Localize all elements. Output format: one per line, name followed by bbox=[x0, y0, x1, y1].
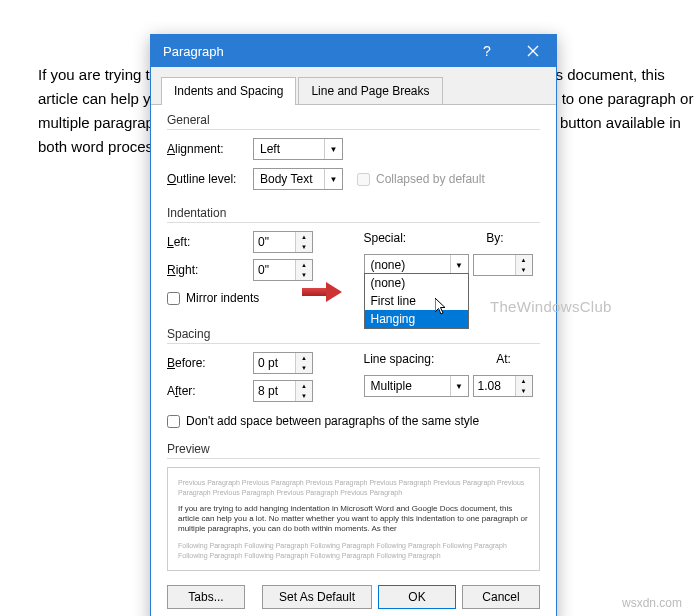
preview-group: Preview Previous Paragraph Previous Para… bbox=[167, 442, 540, 571]
line-spacing-value: Multiple bbox=[365, 379, 450, 393]
at-input[interactable] bbox=[474, 376, 515, 396]
special-option-none[interactable]: (none) bbox=[365, 274, 468, 292]
tab-indents-spacing[interactable]: Indents and Spacing bbox=[161, 77, 296, 104]
preview-box: Previous Paragraph Previous Paragraph Pr… bbox=[167, 467, 540, 571]
alignment-select[interactable]: Left ▼ bbox=[253, 138, 343, 160]
right-label: Right: bbox=[167, 263, 249, 277]
collapsed-checkbox: Collapsed by default bbox=[357, 172, 485, 186]
up-icon[interactable]: ▲ bbox=[516, 255, 532, 265]
by-input[interactable] bbox=[474, 255, 515, 275]
line-spacing-label: Line spacing: bbox=[364, 352, 435, 366]
after-label: After: bbox=[167, 384, 249, 398]
spacing-title: Spacing bbox=[167, 327, 540, 344]
up-icon[interactable]: ▲ bbox=[296, 381, 312, 391]
before-input[interactable] bbox=[254, 353, 295, 373]
up-icon[interactable]: ▲ bbox=[296, 260, 312, 270]
tabs-button[interactable]: Tabs... bbox=[167, 585, 245, 609]
general-title: General bbox=[167, 113, 540, 130]
outline-select[interactable]: Body Text ▼ bbox=[253, 168, 343, 190]
indentation-title: Indentation bbox=[167, 206, 540, 223]
no-add-space-input[interactable] bbox=[167, 415, 180, 428]
source-watermark: wsxdn.com bbox=[622, 596, 682, 610]
special-option-hanging[interactable]: Hanging bbox=[365, 310, 468, 328]
preview-after: Following Paragraph Following Paragraph … bbox=[178, 541, 529, 561]
up-icon[interactable]: ▲ bbox=[296, 353, 312, 363]
special-dropdown[interactable]: (none) First line Hanging bbox=[364, 273, 469, 329]
right-spinner[interactable]: ▲▼ bbox=[253, 259, 313, 281]
alignment-label: Alignment: bbox=[167, 142, 249, 156]
down-icon[interactable]: ▼ bbox=[296, 363, 312, 373]
down-icon[interactable]: ▼ bbox=[516, 265, 532, 275]
general-group: General Alignment: Left ▼ Outline level:… bbox=[167, 113, 540, 192]
set-default-button[interactable]: Set As Default bbox=[262, 585, 372, 609]
special-option-firstline[interactable]: First line bbox=[365, 292, 468, 310]
dialog-title: Paragraph bbox=[163, 44, 224, 59]
help-button[interactable]: ? bbox=[464, 35, 510, 67]
mirror-input[interactable] bbox=[167, 292, 180, 305]
close-button[interactable] bbox=[510, 35, 556, 67]
outline-label: Outline level: bbox=[167, 172, 249, 186]
after-spinner[interactable]: ▲▼ bbox=[253, 380, 313, 402]
paragraph-dialog: Paragraph ? Indents and Spacing Line and… bbox=[150, 34, 557, 616]
right-input[interactable] bbox=[254, 260, 295, 280]
mirror-checkbox[interactable]: Mirror indents bbox=[167, 291, 540, 305]
tab-line-page-breaks[interactable]: Line and Page Breaks bbox=[298, 77, 442, 104]
down-icon[interactable]: ▼ bbox=[296, 391, 312, 401]
no-add-space-checkbox[interactable]: Don't add space between paragraphs of th… bbox=[167, 414, 540, 428]
ok-button[interactable]: OK bbox=[378, 585, 456, 609]
mirror-label: Mirror indents bbox=[186, 291, 259, 305]
arrow-annotation bbox=[302, 288, 326, 296]
at-label: At: bbox=[496, 352, 511, 366]
button-row: Tabs... Set As Default OK Cancel bbox=[167, 585, 540, 609]
chevron-down-icon: ▼ bbox=[450, 376, 468, 396]
spacing-group: Spacing Before: ▲▼ After: ▲▼ bbox=[167, 327, 540, 428]
outline-value: Body Text bbox=[254, 172, 324, 186]
before-spinner[interactable]: ▲▼ bbox=[253, 352, 313, 374]
titlebar: Paragraph ? bbox=[151, 35, 556, 67]
before-label: Before: bbox=[167, 356, 249, 370]
collapsed-label: Collapsed by default bbox=[376, 172, 485, 186]
special-label: Special: bbox=[364, 231, 407, 245]
alignment-value: Left bbox=[254, 142, 324, 156]
down-icon[interactable]: ▼ bbox=[516, 386, 532, 396]
special-value: (none) bbox=[365, 258, 450, 272]
up-icon[interactable]: ▲ bbox=[296, 232, 312, 242]
preview-title: Preview bbox=[167, 442, 540, 459]
left-label: Left: bbox=[167, 235, 249, 249]
watermark-text: TheWindowsClub bbox=[490, 298, 612, 315]
cursor-icon bbox=[435, 298, 449, 319]
line-spacing-select[interactable]: Multiple ▼ bbox=[364, 375, 469, 397]
after-input[interactable] bbox=[254, 381, 295, 401]
collapsed-input bbox=[357, 173, 370, 186]
chevron-down-icon: ▼ bbox=[324, 139, 342, 159]
by-label: By: bbox=[486, 231, 503, 245]
close-icon bbox=[527, 45, 539, 57]
preview-before: Previous Paragraph Previous Paragraph Pr… bbox=[178, 478, 529, 498]
chevron-down-icon: ▼ bbox=[324, 169, 342, 189]
left-spinner[interactable]: ▲▼ bbox=[253, 231, 313, 253]
tab-strip: Indents and Spacing Line and Page Breaks bbox=[151, 67, 556, 105]
no-add-space-label: Don't add space between paragraphs of th… bbox=[186, 414, 479, 428]
chevron-down-icon: ▼ bbox=[450, 255, 468, 275]
at-spinner[interactable]: ▲▼ bbox=[473, 375, 533, 397]
left-input[interactable] bbox=[254, 232, 295, 252]
down-icon[interactable]: ▼ bbox=[296, 242, 312, 252]
by-spinner[interactable]: ▲▼ bbox=[473, 254, 533, 276]
indentation-group: Indentation Left: ▲▼ Right: ▲▼ bbox=[167, 206, 540, 305]
up-icon[interactable]: ▲ bbox=[516, 376, 532, 386]
down-icon[interactable]: ▼ bbox=[296, 270, 312, 280]
cancel-button[interactable]: Cancel bbox=[462, 585, 540, 609]
preview-main: If you are trying to add hanging indenta… bbox=[178, 504, 529, 535]
